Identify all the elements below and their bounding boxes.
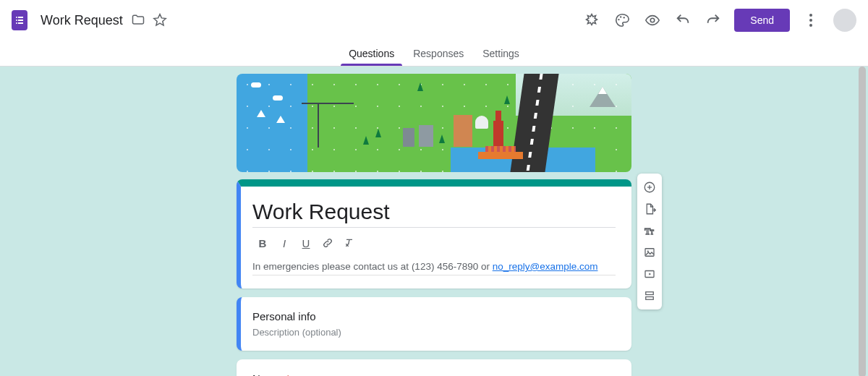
svg-marker-22 xyxy=(649,273,651,275)
add-section-icon[interactable] xyxy=(639,286,660,306)
send-button[interactable]: Send xyxy=(734,9,790,32)
add-image-icon[interactable] xyxy=(639,242,660,262)
svg-rect-24 xyxy=(646,297,654,300)
svg-rect-0 xyxy=(16,17,17,18)
star-icon[interactable] xyxy=(152,12,168,28)
tabs: Questions Responses Settings xyxy=(0,40,868,67)
tab-settings[interactable]: Settings xyxy=(473,40,529,66)
addons-icon[interactable] xyxy=(576,5,607,35)
svg-point-9 xyxy=(651,18,655,22)
svg-rect-1 xyxy=(18,17,23,18)
section-description[interactable]: Description (optional) xyxy=(252,327,616,338)
svg-point-8 xyxy=(624,17,625,18)
doc-title[interactable]: Work Request xyxy=(41,13,123,28)
svg-text:T: T xyxy=(650,229,654,236)
forms-logo-icon[interactable] xyxy=(12,10,27,30)
account-avatar[interactable] xyxy=(833,9,856,32)
more-icon[interactable] xyxy=(796,5,826,35)
form-canvas: Work Request B I U In emergencies please… xyxy=(0,67,868,376)
add-question-icon[interactable] xyxy=(639,177,660,197)
scrollbar[interactable] xyxy=(859,67,866,376)
svg-rect-23 xyxy=(646,292,654,295)
side-toolbar: TT xyxy=(637,174,662,309)
undo-icon[interactable] xyxy=(668,5,698,35)
form-title[interactable]: Work Request xyxy=(252,200,616,228)
svg-point-7 xyxy=(620,16,621,17)
theme-icon[interactable] xyxy=(607,5,637,35)
clear-format-icon[interactable] xyxy=(339,234,359,252)
required-marker: * xyxy=(286,372,290,376)
import-questions-icon[interactable] xyxy=(639,199,660,219)
title-card[interactable]: Work Request B I U In emergencies please… xyxy=(237,179,631,289)
topbar: Work Request Send xyxy=(0,0,868,40)
svg-rect-2 xyxy=(16,20,17,21)
svg-point-6 xyxy=(618,19,620,20)
svg-rect-5 xyxy=(18,22,23,24)
tab-responses[interactable]: Responses xyxy=(404,40,473,66)
question-label: Name xyxy=(252,372,281,376)
svg-rect-3 xyxy=(18,20,23,21)
section-title[interactable]: Personal info xyxy=(252,310,616,322)
form-description-text: In emergencies please contact us at (123… xyxy=(252,261,493,272)
move-to-folder-icon[interactable] xyxy=(130,12,146,28)
question-card[interactable]: Name * Short-answer text xyxy=(237,359,631,376)
tab-questions[interactable]: Questions xyxy=(339,40,404,66)
form-description-link[interactable]: no_reply@example.com xyxy=(493,261,598,272)
svg-rect-4 xyxy=(16,22,17,24)
add-title-icon[interactable]: TT xyxy=(639,221,660,241)
italic-icon[interactable]: I xyxy=(274,234,294,252)
link-icon[interactable] xyxy=(318,234,338,252)
svg-point-11 xyxy=(809,19,812,22)
redo-icon[interactable] xyxy=(698,5,728,35)
svg-point-10 xyxy=(809,14,812,17)
underline-icon[interactable]: U xyxy=(296,234,316,252)
svg-point-12 xyxy=(809,24,812,27)
preview-icon[interactable] xyxy=(637,5,668,35)
bold-icon[interactable]: B xyxy=(252,234,273,252)
section-card[interactable]: Personal info Description (optional) xyxy=(237,297,631,351)
form-description[interactable]: In emergencies please contact us at (123… xyxy=(252,261,616,275)
question-title: Name * xyxy=(252,372,616,376)
add-video-icon[interactable] xyxy=(639,264,660,284)
svg-rect-19 xyxy=(645,249,654,257)
header-image[interactable] xyxy=(237,74,631,172)
format-toolbar: B I U xyxy=(252,232,616,254)
